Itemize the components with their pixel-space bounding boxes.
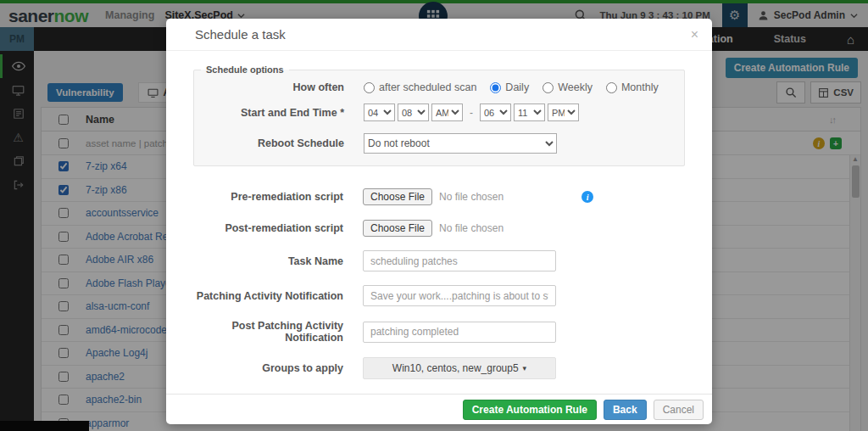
schedule-options-group: Schedule options How often after schedul… bbox=[193, 64, 685, 166]
choose-file-button[interactable]: Choose File bbox=[363, 220, 432, 237]
schedule-options-legend: Schedule options bbox=[201, 64, 289, 75]
file-status: No file chosen bbox=[439, 222, 504, 234]
start-hour-select[interactable]: 04 bbox=[364, 104, 395, 121]
reboot-schedule-label: Reboot Schedule bbox=[194, 137, 344, 149]
radio-input[interactable] bbox=[542, 82, 554, 93]
post-patching-notification-input[interactable] bbox=[363, 322, 556, 343]
patching-notification-input[interactable] bbox=[363, 285, 556, 306]
patching-notification-label: Patching Activity Notification bbox=[193, 290, 343, 302]
app-screen: sanernow Managing SiteX.SecPod Thu Jun 9… bbox=[0, 0, 868, 431]
end-hour-select[interactable]: 06 bbox=[480, 104, 511, 121]
modal-body: Schedule options How often after schedul… bbox=[166, 51, 712, 379]
groups-value: Win10, centos, new_group5 bbox=[392, 362, 519, 374]
radio-daily[interactable]: Daily bbox=[490, 81, 529, 93]
groups-dropdown[interactable]: Win10, centos, new_group5 ▾ bbox=[363, 357, 556, 379]
how-often-label: How often bbox=[194, 81, 344, 93]
end-minute-select[interactable]: 11 bbox=[514, 104, 545, 121]
schedule-task-modal: Schedule a task × Schedule options How o… bbox=[166, 19, 712, 424]
time-range-separator: - bbox=[470, 107, 473, 119]
end-ampm-select[interactable]: PM bbox=[548, 104, 579, 121]
time-selectors: 04 08 AM - 06 11 PM bbox=[364, 104, 579, 121]
task-name-input[interactable] bbox=[363, 250, 556, 271]
create-automation-rule-button[interactable]: Create Automation Rule bbox=[463, 400, 597, 420]
post-remediation-label: Post-remediation script bbox=[193, 222, 343, 234]
post-patching-notification-label: Post Patching Activity Notification bbox=[193, 320, 343, 344]
radio-weekly[interactable]: Weekly bbox=[542, 81, 593, 93]
caret-down-icon: ▾ bbox=[523, 364, 527, 372]
choose-file-button[interactable]: Choose File bbox=[363, 188, 432, 205]
how-often-radio-group: after scheduled scan Daily Weekly M bbox=[364, 81, 659, 93]
pre-remediation-file-input[interactable]: Choose File No file chosen i bbox=[363, 188, 593, 205]
back-button[interactable]: Back bbox=[604, 400, 647, 420]
info-icon[interactable]: i bbox=[581, 191, 593, 203]
radio-monthly[interactable]: Monthly bbox=[606, 81, 659, 93]
modal-title: Schedule a task bbox=[195, 27, 286, 42]
radio-input[interactable] bbox=[364, 82, 375, 93]
modal-header: Schedule a task × bbox=[166, 19, 712, 51]
groups-to-apply-label: Groups to apply bbox=[193, 362, 343, 374]
start-end-time-label: Start and End Time * bbox=[194, 107, 344, 119]
modal-footer: Create Automation Rule Back Cancel bbox=[166, 394, 712, 424]
start-minute-select[interactable]: 08 bbox=[398, 104, 429, 121]
pre-remediation-label: Pre-remediation script bbox=[193, 191, 343, 203]
close-icon[interactable]: × bbox=[691, 28, 698, 42]
start-ampm-select[interactable]: AM bbox=[431, 104, 463, 121]
task-name-label: Task Name bbox=[193, 255, 343, 267]
file-status: No file chosen bbox=[439, 191, 504, 203]
radio-input[interactable] bbox=[606, 82, 617, 93]
reboot-schedule-select[interactable]: Do not reboot bbox=[364, 133, 557, 154]
cancel-button[interactable]: Cancel bbox=[654, 400, 704, 420]
radio-after-scheduled-scan[interactable]: after scheduled scan bbox=[364, 81, 476, 93]
radio-input[interactable] bbox=[490, 82, 501, 93]
post-remediation-file-input[interactable]: Choose File No file chosen bbox=[363, 220, 504, 237]
